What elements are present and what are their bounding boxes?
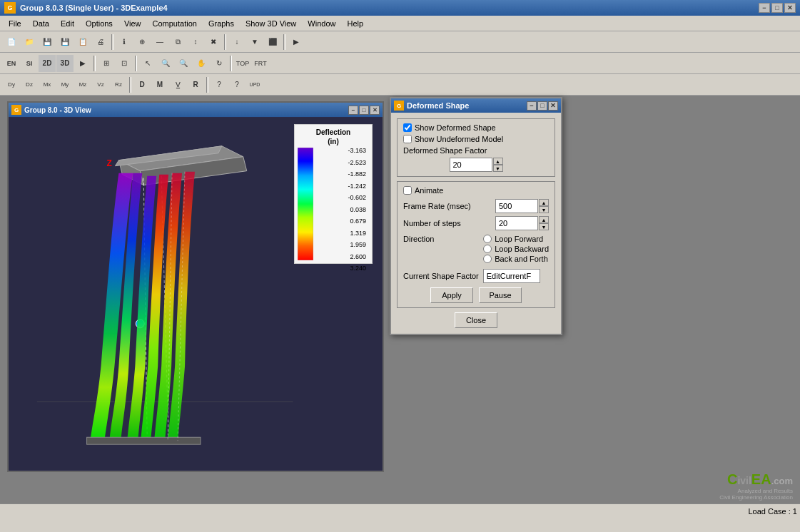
tb-vz[interactable]: Vz (92, 76, 109, 93)
tb-r[interactable]: R (187, 76, 204, 93)
tb-en[interactable]: EN (3, 55, 20, 72)
menu-help[interactable]: Help (341, 18, 369, 29)
tb-view-front[interactable]: FRT (252, 55, 269, 72)
pause-button[interactable]: Pause (479, 287, 522, 303)
tb-dx[interactable]: Dy (3, 76, 20, 93)
svg-text:Z: Z (106, 158, 111, 168)
menu-options[interactable]: Options (80, 18, 118, 29)
menu-graphs[interactable]: Graphs (203, 18, 240, 29)
menu-computation[interactable]: Computation (147, 18, 203, 29)
tb-support[interactable]: ▼ (246, 34, 263, 51)
menu-window[interactable]: Window (302, 18, 341, 29)
num-steps-input[interactable] (495, 216, 538, 230)
tb-m[interactable]: M (151, 76, 168, 93)
show-undeformed-label: Show Undeformed Model (415, 135, 503, 143)
tb-copy[interactable]: ⧉ (169, 34, 186, 51)
tb-3d[interactable]: 3D (56, 55, 74, 72)
tb-open[interactable]: 📁 (21, 34, 38, 51)
tb-2d[interactable]: 2D (39, 55, 56, 72)
tb-help2[interactable]: ? (228, 76, 245, 93)
num-steps-row: Number of steps ▲ ▼ (403, 216, 549, 230)
tb-d[interactable]: D (133, 76, 151, 93)
tb-my[interactable]: My (56, 76, 74, 93)
watermark-sub1: Analyzed and Results (719, 488, 793, 494)
tb-load[interactable]: ↓ (228, 34, 245, 51)
tb-move[interactable]: ↕ (187, 34, 204, 51)
shape-factor-up[interactable]: ▲ (493, 158, 503, 165)
tb-view-top[interactable]: TOP (234, 55, 251, 72)
tb-mx[interactable]: Mx (39, 76, 56, 93)
tb-snap[interactable]: ⊡ (116, 55, 133, 72)
menu-file[interactable]: File (3, 18, 27, 29)
tb-node[interactable]: ⊕ (133, 34, 151, 51)
animate-checkbox[interactable] (403, 186, 412, 195)
tb-zoom-in[interactable]: 🔍 (157, 55, 174, 72)
legend-title: Deflection(in) (298, 128, 369, 146)
tb-select[interactable]: ↖ (139, 55, 156, 72)
close-button[interactable]: ✕ (784, 3, 796, 13)
tb-print[interactable]: 🖨 (92, 34, 109, 51)
shape-factor-down[interactable]: ▼ (493, 165, 503, 172)
menu-bar: File Data Edit Options View Computation … (0, 16, 800, 31)
tb-play[interactable]: ▶ (74, 55, 91, 72)
show-undeformed-checkbox[interactable] (403, 135, 412, 143)
tb-save2[interactable]: 💾 (56, 34, 74, 51)
view-close[interactable]: ✕ (370, 106, 380, 115)
tb-save[interactable]: 💾 (39, 34, 56, 51)
view-3d-content: Z (9, 117, 383, 471)
dialog-close[interactable]: ✕ (548, 101, 558, 111)
view-restore[interactable]: □ (359, 106, 369, 115)
tb-mz[interactable]: Mz (74, 76, 91, 93)
frame-rate-down[interactable]: ▼ (539, 206, 549, 213)
tb-grid[interactable]: ⊞ (98, 55, 115, 72)
loop-backward-radio[interactable] (483, 245, 492, 253)
legend-val-2: -1.882 (348, 168, 366, 180)
dialog-maximize[interactable]: □ (537, 101, 547, 111)
close-button[interactable]: Close (455, 312, 497, 328)
menu-data[interactable]: Data (27, 18, 55, 29)
legend-val-5: 0.038 (348, 204, 366, 216)
tb-rz[interactable]: Rz (110, 76, 127, 93)
legend-val-9: 2.600 (348, 251, 366, 263)
tb-new[interactable]: 📄 (3, 34, 20, 51)
tb-save3[interactable]: 📋 (74, 34, 91, 51)
frame-rate-up[interactable]: ▲ (539, 199, 549, 206)
frame-rate-input[interactable] (495, 199, 538, 213)
menu-show3dview[interactable]: Show 3D View (240, 18, 302, 29)
back-forth-radio[interactable] (483, 255, 492, 263)
direction-label: Direction (403, 235, 483, 243)
tb-beam[interactable]: — (151, 34, 168, 51)
direction-options: Loop Forward Loop Backward Back and Fort… (483, 235, 549, 265)
tb-update[interactable]: UPD (246, 76, 263, 93)
current-shape-input[interactable] (483, 269, 540, 283)
dialog-titlebar: G Deformed Shape − □ ✕ (391, 98, 561, 113)
tb-info[interactable]: ℹ (116, 34, 133, 51)
dialog-minimize[interactable]: − (527, 101, 537, 111)
tb-si[interactable]: SI (21, 55, 38, 72)
tb-pan[interactable]: ✋ (193, 55, 210, 72)
loop-forward-radio[interactable] (483, 235, 492, 243)
show-deformed-checkbox[interactable] (403, 123, 412, 132)
num-steps-up[interactable]: ▲ (539, 216, 549, 223)
current-shape-row: Current Shape Factor (403, 269, 549, 283)
view-minimize[interactable]: − (348, 106, 358, 115)
minimize-button[interactable]: − (759, 3, 770, 13)
tb-v[interactable]: V̲ (169, 76, 186, 93)
tb-zoom-out[interactable]: 🔍 (175, 55, 192, 72)
dialog-body: Show Deformed Shape Show Undeformed Mode… (391, 113, 561, 334)
apply-button[interactable]: Apply (430, 287, 473, 303)
load-case-indicator: Load Case : 1 (749, 507, 798, 516)
tb-section[interactable]: ⬛ (264, 34, 281, 51)
view-3d-title: Group 8.0 - 3D View (24, 106, 91, 114)
tb-dz[interactable]: Dz (21, 76, 38, 93)
tb-rotate[interactable]: ↻ (211, 55, 228, 72)
animate-row: Animate (403, 186, 549, 195)
num-steps-down[interactable]: ▼ (539, 223, 549, 230)
tb-delete[interactable]: ✖ (205, 34, 222, 51)
maximize-button[interactable]: □ (771, 3, 783, 13)
menu-edit[interactable]: Edit (55, 18, 80, 29)
tb-run[interactable]: ▶ (288, 34, 305, 51)
tb-help-q[interactable]: ? (211, 76, 228, 93)
menu-view[interactable]: View (118, 18, 147, 29)
shape-factor-input[interactable] (450, 158, 492, 172)
